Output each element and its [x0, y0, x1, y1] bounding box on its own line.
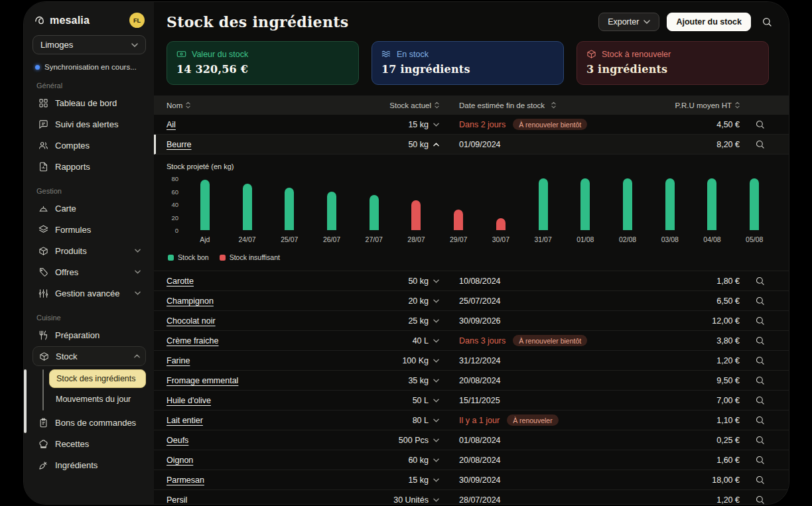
row-detail-search-icon[interactable]: [755, 475, 765, 485]
sidebar-item-label: Bons de commandes: [55, 418, 136, 428]
stock-expand-toggle[interactable]: 20 kg: [408, 296, 439, 306]
table-row[interactable]: Parmesan 15 kg 30/09/2024 18,00 €: [154, 470, 789, 490]
add-stock-button[interactable]: Ajouter du stock: [667, 13, 751, 31]
row-detail-search-icon[interactable]: [755, 119, 765, 129]
row-detail-search-icon[interactable]: [755, 375, 765, 385]
sidebar-item-comptes[interactable]: Comptes: [33, 135, 146, 155]
section-label-cuisine: Cuisine: [36, 314, 143, 322]
stock-value: 50 L: [413, 396, 429, 405]
ingredient-name-link[interactable]: Persil: [167, 495, 187, 505]
renew-badge: À renouveler bientôt: [513, 119, 587, 130]
column-header-nom[interactable]: Nom: [167, 101, 309, 109]
bar: [200, 180, 210, 230]
export-button[interactable]: Exporter: [598, 13, 659, 31]
row-detail-search-icon[interactable]: [755, 336, 765, 346]
brand-row: mesalia FL: [33, 11, 146, 28]
stock-expand-toggle[interactable]: 500 Pcs: [399, 436, 439, 445]
x-tick-label: 31/07: [522, 235, 565, 243]
table-row[interactable]: Lait entier 80 L Il y a 1 jour À renouve…: [154, 411, 789, 430]
sidebar-item-bons-de-commandes[interactable]: Bons de commandes: [33, 412, 146, 432]
ingredient-name-link[interactable]: Lait entier: [167, 416, 203, 425]
ingredient-name-link[interactable]: Champignon: [167, 296, 214, 306]
stock-expand-toggle[interactable]: 50 kg: [408, 277, 439, 286]
ingredient-name-link[interactable]: Crème fraiche: [167, 336, 219, 346]
ingredient-name-link[interactable]: Parmesan: [167, 475, 204, 485]
ingredient-name-link[interactable]: Beurre: [167, 140, 192, 149]
table-row[interactable]: Persil 30 Unités 28/07/2024 1,20 €: [154, 490, 789, 505]
column-header-stock-actuel[interactable]: Stock actuel: [309, 101, 439, 109]
row-detail-search-icon[interactable]: [755, 495, 765, 505]
table-row[interactable]: Farine 100 Kg 31/12/2024 1,20 €: [154, 351, 789, 371]
table-row[interactable]: Chocolat noir 25 kg 30/09/2026 12,00 €: [154, 311, 789, 331]
stock-expand-toggle[interactable]: 30 Unités: [393, 495, 439, 505]
ingredient-name-link[interactable]: Ail: [167, 120, 176, 129]
stock-expand-toggle[interactable]: 25 kg: [408, 316, 439, 326]
legend-item: Stock insuffisant: [220, 253, 280, 261]
sidebar-item-offres[interactable]: Offres: [33, 262, 146, 282]
sidebar-item-carte[interactable]: Carte: [33, 198, 146, 218]
location-select[interactable]: Limoges: [33, 35, 146, 54]
stock-expand-toggle[interactable]: 100 Kg: [402, 356, 439, 365]
sidebar-item-formules[interactable]: Formules: [33, 220, 146, 239]
column-header-date-fin-de-stock[interactable]: Date estimée fin de stock: [439, 101, 627, 109]
bar: [623, 178, 632, 230]
row-detail-search-icon[interactable]: [755, 415, 765, 425]
unit-price: 6,50 €: [716, 296, 740, 306]
ingredient-name-link[interactable]: Carotte: [167, 277, 194, 286]
sidebar-scroll-indicator[interactable]: [24, 369, 27, 433]
table-row[interactable]: Carotte 50 kg 10/08/2024 1,80 €: [154, 271, 789, 291]
dashboard-icon: [38, 98, 48, 108]
stock-expand-toggle[interactable]: 40 L: [413, 336, 439, 346]
stock-expand-toggle[interactable]: 50 L: [413, 396, 439, 405]
stock-expand-toggle[interactable]: 35 kg: [408, 376, 439, 385]
table-row[interactable]: Oignon 60 kg 20/08/2024 1,60 €: [154, 450, 789, 470]
stock-expand-toggle[interactable]: 80 L: [413, 416, 439, 425]
sidebar-item-produits[interactable]: Produits: [33, 241, 146, 261]
row-detail-search-icon[interactable]: [755, 455, 765, 465]
row-detail-search-icon[interactable]: [755, 276, 765, 286]
table-row[interactable]: Ail 15 kg Dans 2 jours À renouveler bien…: [154, 115, 789, 135]
ingredient-name-link[interactable]: Oeufs: [167, 436, 188, 445]
sidebar-item-label: Suivi des alertes: [55, 119, 118, 129]
x-tick-label: 02/08: [606, 235, 649, 243]
stock-expand-toggle[interactable]: 15 kg: [408, 475, 439, 485]
waves-icon: [381, 49, 391, 59]
x-tick-label: 25/07: [268, 235, 310, 243]
row-detail-search-icon[interactable]: [755, 296, 765, 306]
search-icon[interactable]: [758, 17, 776, 27]
end-of-stock-date: 20/08/2024: [459, 456, 501, 465]
ingredient-name-link[interactable]: Farine: [167, 356, 190, 365]
sidebar-item-label: Ingrédients: [55, 460, 98, 470]
ingredient-name-link[interactable]: Chocolat noir: [167, 316, 216, 326]
table-row[interactable]: Fromage emmental 35 kg 20/08/2024 9,50 €: [154, 371, 789, 391]
table-row[interactable]: Huile d'olive 50 L 15/11/2025 7,00 €: [154, 391, 789, 411]
sidebar-item-stock[interactable]: Stock: [33, 346, 146, 366]
table-row[interactable]: Beurre 50 kg 01/09/2024 8,20 €: [154, 135, 789, 155]
ingredient-name-link[interactable]: Oignon: [167, 456, 193, 465]
sidebar-item-rapports[interactable]: Rapports: [33, 157, 146, 176]
column-header-pru-moyen[interactable]: P.R.U moyen HT: [627, 101, 740, 109]
table-row[interactable]: Oeufs 500 Pcs 01/08/2024 0,25 €: [154, 430, 789, 450]
ingredient-name-link[interactable]: Fromage emmental: [167, 376, 238, 385]
sidebar-item-stock-des-ingredients[interactable]: Stock des ingrédients: [49, 369, 146, 388]
sidebar-item-gestion-avancee[interactable]: Gestion avancée: [33, 283, 146, 303]
sidebar-item-recettes[interactable]: Recettes: [33, 434, 146, 454]
sidebar-item-mouvements-du-jour[interactable]: Mouvements du jour: [49, 390, 146, 409]
row-detail-search-icon[interactable]: [755, 435, 765, 445]
row-detail-search-icon[interactable]: [755, 355, 765, 365]
user-avatar[interactable]: FL: [129, 13, 145, 28]
sidebar-item-ingredients[interactable]: Ingrédients: [33, 455, 146, 475]
bar-column: [480, 178, 522, 230]
row-detail-search-icon[interactable]: [755, 316, 765, 326]
table-row[interactable]: Crème fraiche 40 L Dans 3 jours À renouv…: [154, 331, 789, 351]
row-detail-search-icon[interactable]: [755, 139, 765, 149]
stock-expand-toggle[interactable]: 50 kg: [408, 140, 439, 149]
sidebar-item-tableau-de-bord[interactable]: Tableau de bord: [33, 93, 146, 113]
sidebar-item-suivi-des-alertes[interactable]: Suivi des alertes: [33, 114, 146, 134]
row-detail-search-icon[interactable]: [755, 395, 765, 405]
stock-expand-toggle[interactable]: 15 kg: [408, 120, 439, 129]
table-row[interactable]: Champignon 20 kg 25/07/2024 6,50 €: [154, 291, 789, 311]
ingredient-name-link[interactable]: Huile d'olive: [167, 396, 211, 405]
sidebar-item-preparation[interactable]: Préparation: [33, 325, 146, 345]
stock-expand-toggle[interactable]: 60 kg: [408, 456, 439, 465]
